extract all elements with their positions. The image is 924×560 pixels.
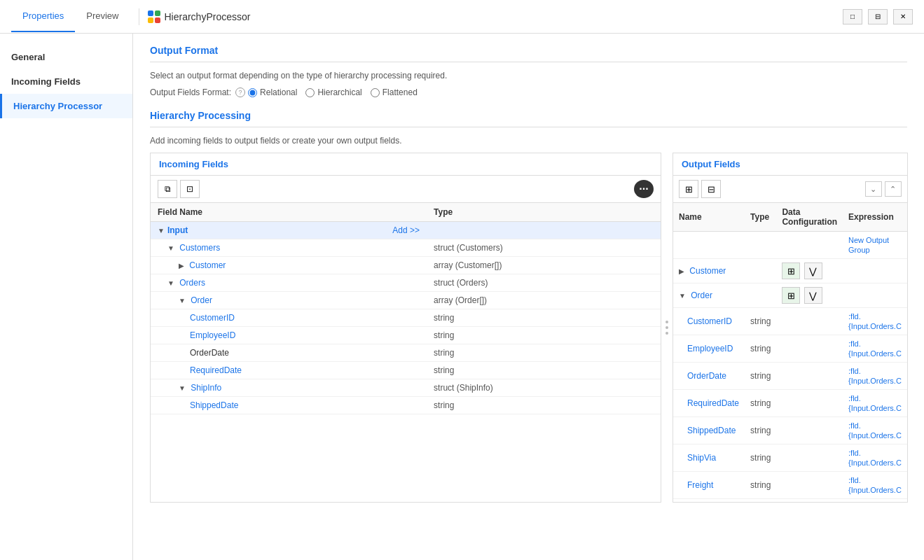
customer-config-btn[interactable]: ⊞ — [782, 262, 800, 279]
radio-flattened-label: Flattened — [382, 88, 418, 97]
shipinfo-label: ShipInfo — [191, 383, 221, 393]
orderdate-label: OrderDate — [190, 348, 229, 358]
output-format-desc: Select an output format depending on the… — [150, 71, 907, 80]
out-name-cell: ▼ Order — [673, 284, 745, 308]
table-row: ▼ Input Add >> — [151, 222, 661, 239]
new-output-group-label-cell: New Output Group — [843, 232, 907, 259]
drag-dot — [666, 321, 668, 323]
expand-order-icon[interactable]: ▼ — [179, 297, 186, 304]
panel-resize-handle[interactable] — [661, 153, 673, 503]
top-divider — [139, 8, 139, 25]
output-fields-panel: Output Fields ⊞ ⊟ ⌄ ⌃ — [673, 153, 908, 503]
incoming-fields-table-scroll: Field Name Type ▼ — [151, 203, 661, 502]
expand-orders-icon[interactable]: ▼ — [167, 279, 174, 287]
output-format-radio-group: Output Fields Format: ? Relational Hiera… — [150, 88, 907, 97]
expand-order-out-icon[interactable]: ▼ — [679, 292, 686, 300]
expand-customer-icon[interactable]: ▶ — [179, 262, 184, 270]
order-label: Order — [191, 295, 212, 305]
out-type-cell: string — [745, 308, 776, 335]
paste-btn[interactable]: ⊡ — [180, 180, 200, 198]
out-expression-cell: :fld.{Input.Orders.C — [843, 417, 907, 444]
paste-icon: ⊡ — [186, 184, 193, 194]
sidebar-item-hierarchy-processor[interactable]: Hierarchy Processor — [0, 94, 132, 118]
radio-hierarchical-label: Hierarchical — [317, 88, 361, 97]
employeeid-out-label[interactable]: EmployeeID — [687, 344, 733, 354]
expand-input-icon[interactable]: ▼ — [158, 227, 165, 234]
sort-up-btn[interactable]: ⌃ — [885, 181, 902, 197]
type-cell — [427, 222, 661, 239]
customerid-expr: :fld.{Input.Orders.C — [848, 312, 902, 330]
sort-down-btn[interactable]: ⌄ — [865, 181, 882, 197]
shipvia-out-label[interactable]: ShipVia — [687, 453, 716, 463]
out-data-config-cell: ⊞ ⋁ — [776, 284, 843, 308]
freight-out-label[interactable]: Freight — [687, 480, 713, 490]
order-out-label[interactable]: Order — [691, 290, 712, 300]
customerid-label: CustomerID — [190, 313, 235, 323]
out-type-cell: string — [745, 444, 776, 472]
add-button[interactable]: Add >> — [392, 225, 420, 235]
more-btn[interactable]: ··· — [634, 180, 654, 198]
expand-customer-out-icon[interactable]: ▶ — [679, 267, 684, 275]
out-type-cell: string — [745, 335, 776, 363]
out-type-cell: string — [745, 390, 776, 417]
sidebar-item-general[interactable]: General — [0, 45, 132, 69]
type-cell: string — [427, 397, 661, 414]
hierarchy-processing-section: Hierarchy Processing Add incoming fields… — [150, 110, 907, 503]
output-add-col-btn[interactable]: ⊟ — [701, 180, 721, 198]
radio-relational[interactable]: Relational — [248, 88, 297, 97]
table-row: OrderDate string :fld.{Input.Orders.C — [673, 363, 907, 390]
out-data-config-cell: ⊞ ⋁ — [776, 259, 843, 284]
config-icon: ⊞ — [787, 266, 795, 276]
output-fields-table-scroll: Name Type Data Configuration Expression — [673, 203, 907, 502]
order-filter-btn[interactable]: ⋁ — [804, 287, 822, 304]
close-btn[interactable]: ✕ — [893, 9, 913, 24]
customer-out-label[interactable]: Customer — [689, 266, 726, 276]
type-cell: string — [427, 327, 661, 344]
sidebar-item-incoming-fields[interactable]: Incoming Fields — [0, 69, 132, 94]
out-col-data-config: Data Configuration — [776, 203, 843, 232]
incoming-fields-toolbar: ⧉ ⊡ ··· — [151, 176, 661, 203]
customerid-out-label[interactable]: CustomerID — [687, 316, 732, 326]
expand-shipinfo-icon[interactable]: ▼ — [179, 384, 186, 392]
expand-customers-icon[interactable]: ▼ — [167, 244, 174, 252]
field-name-cell: RequiredDate — [151, 362, 427, 379]
order-config-btn[interactable]: ⊞ — [782, 287, 800, 304]
output-format-label: Output Fields Format: — [150, 88, 231, 97]
requireddate-expr: :fld.{Input.Orders.C — [848, 394, 902, 412]
tab-properties[interactable]: Properties — [11, 1, 75, 32]
new-output-group-cell — [673, 232, 843, 259]
type-cell: struct (ShipInfo) — [427, 379, 661, 397]
config-icon: ⊞ — [787, 290, 795, 301]
orderdate-out-label[interactable]: OrderDate — [687, 371, 726, 381]
tab-preview[interactable]: Preview — [75, 1, 130, 32]
type-cell: string — [427, 309, 661, 327]
radio-hierarchical[interactable]: Hierarchical — [305, 88, 361, 97]
out-data-config-cell — [776, 363, 843, 390]
shippeddate-expr: :fld.{Input.Orders.C — [848, 421, 902, 440]
out-type-cell — [745, 284, 776, 308]
incoming-fields-panel: Incoming Fields ⧉ ⊡ ··· — [150, 153, 661, 503]
filter-icon: ⋁ — [809, 266, 817, 276]
field-name-cell: ▼ Customers — [151, 239, 427, 257]
customer-label: Customer — [189, 260, 226, 270]
help-icon[interactable]: ? — [235, 88, 245, 97]
shippeddate-out-label[interactable]: ShippedDate — [687, 426, 736, 435]
table-row: ▼ Orders struct (Orders) — [151, 274, 661, 292]
table-row: RequiredDate string :fld.{Input.Orders.C — [673, 390, 907, 417]
maximize-btn[interactable]: □ — [843, 9, 862, 24]
output-add-row-btn[interactable]: ⊞ — [679, 180, 698, 198]
content-area: Output Format Select an output format de… — [133, 34, 924, 560]
table-row: ShipVia string :fld.{Input.Orders.C — [673, 444, 907, 472]
customer-filter-btn[interactable]: ⋁ — [804, 262, 822, 279]
split-btn[interactable]: ⊟ — [868, 9, 888, 24]
copy-btn[interactable]: ⧉ — [158, 180, 177, 198]
out-col-name: Name — [673, 203, 745, 232]
requireddate-out-label[interactable]: RequiredDate — [687, 398, 739, 408]
out-expression-cell: :fld.{Input.Orders.C — [843, 472, 907, 499]
out-expression-cell: :fld.{Input.Orders.C — [843, 363, 907, 390]
radio-flattened[interactable]: Flattened — [371, 88, 418, 97]
type-cell: struct (Orders) — [427, 274, 661, 292]
window-controls: □ ⊟ ✕ — [843, 9, 913, 24]
out-col-type: Type — [745, 203, 776, 232]
new-output-group-btn[interactable]: New Output Group — [848, 236, 889, 254]
